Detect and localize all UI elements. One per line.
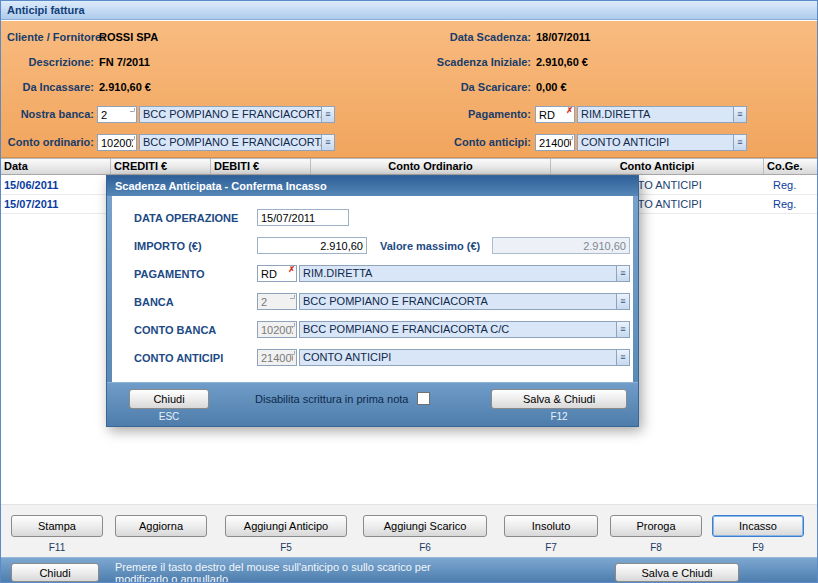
lookup-icon [290,323,295,327]
dialog-conto-anticipi-code-field [257,349,297,366]
banca-desc-field: BCC POMPIANO E FRANCIACORTA ≡ [299,293,630,310]
window-title: Anticipi fattura [1,1,817,20]
insoluto-button[interactable]: Insoluto [504,515,598,537]
col-debiti: DEBITI € [211,159,311,174]
conto-banca-label: CONTO BANCA [134,324,216,336]
dialog-body: DATA OPERAZIONE IMPORTO (€) Valore massi… [112,196,633,382]
nostra-banca-code-field[interactable] [97,106,137,123]
proroga-fkey: F8 [610,542,702,553]
grid-header: Data CREDITI € DEBITI € Conto Ordinario … [1,158,817,175]
col-conto-ordinario: Conto Ordinario [311,159,551,174]
importo-label: IMPORTO (€) [134,240,202,252]
required-marker-icon: ✗ [288,265,295,274]
dialog-conto-anticipi-list-button[interactable]: ≡ [616,350,629,365]
col-conto-anticipi: Conto Anticipi [551,159,764,174]
col-data: Data [1,159,111,174]
cliente-label: Cliente / Fornitore: [7,31,94,43]
proroga-button[interactable]: Proroga [610,515,702,537]
stampa-fkey: F11 [11,542,103,553]
nostra-banca-label: Nostra banca: [7,108,94,120]
dialog-pagamento-desc: RIM.DIRETTA [300,266,629,281]
lookup-icon [130,136,135,140]
cell-coge[interactable]: Reg. [764,195,817,213]
dialog-pagamento-list-button[interactable]: ≡ [616,266,629,281]
conferma-incasso-dialog: Scadenza Anticipata - Conferma Incasso D… [106,175,639,427]
conto-ordinario-code-field[interactable] [97,134,137,151]
banca-list-button[interactable]: ≡ [616,294,629,309]
cell-data: 15/07/2011 [1,195,111,213]
dialog-button-strip: Chiudi ESC Disabilita scrittura in prima… [107,382,638,426]
footer-chiudi-button[interactable]: Chiudi [11,563,99,582]
lookup-icon [130,108,135,112]
dialog-pagamento-label: PAGAMENTO [134,268,205,280]
insoluto-fkey: F7 [504,542,598,553]
conto-anticipi-code-field[interactable] [535,134,575,151]
aggiungi-scarico-fkey: F6 [363,542,487,553]
conto-banca-list-button[interactable]: ≡ [616,322,629,337]
stampa-button[interactable]: Stampa [11,515,103,537]
aggiungi-anticipo-fkey: F5 [225,542,347,553]
nostra-banca-list-button[interactable]: ≡ [321,107,334,122]
required-marker-icon: ✗ [566,106,573,115]
conto-banca-desc: BCC POMPIANO E FRANCIACORTA C/C [300,322,629,337]
col-coge: Co.Ge. [764,159,817,174]
conto-anticipi-desc-field[interactable]: CONTO ANTICIPI ≡ [577,134,747,151]
prima-nota-checkbox[interactable] [417,392,430,405]
data-operazione-input[interactable] [257,209,349,226]
pagamento-list-button[interactable]: ≡ [733,107,746,122]
banca-code-field [257,293,297,310]
header-panel: Cliente / Fornitore: ROSSI SPA Data Scad… [1,21,817,158]
descrizione-label: Descrizione: [7,56,94,68]
dialog-conto-anticipi-desc: CONTO ANTICIPI [300,350,629,365]
dialog-pagamento-desc-field[interactable]: RIM.DIRETTA ≡ [299,265,630,282]
nostra-banca-desc-field[interactable]: BCC POMPIANO E FRANCIACORTA ≡ [139,106,335,123]
da-scaricare-label: Da Scaricare: [409,81,531,93]
data-scadenza-label: Data Scadenza: [409,31,531,43]
cell-coge[interactable]: Reg. [764,176,817,194]
conto-anticipi-list-button[interactable]: ≡ [733,135,746,150]
lookup-icon [290,351,295,355]
valore-massimo-label: Valore massimo (€) [380,240,480,252]
cliente-value: ROSSI SPA [99,31,158,43]
valore-massimo-input [492,237,630,254]
pagamento-desc-field[interactable]: RIM.DIRETTA ≡ [577,106,747,123]
aggiorna-button[interactable]: Aggiorna [115,515,207,537]
conto-ordinario-desc-field[interactable]: BCC POMPIANO E FRANCIACORTA C/C ≡ [139,134,335,151]
footer-message: Premere il tasto destro del mouse sull'a… [115,561,460,583]
da-scaricare-value: 0,00 € [536,81,567,93]
scadenza-iniziale-value: 2.910,60 € [536,56,588,68]
incasso-fkey: F9 [712,542,804,553]
dialog-conto-anticipi-label: CONTO ANTICIPI [134,352,223,364]
conto-anticipi-label: Conto anticipi: [409,136,531,148]
data-scadenza-value: 18/07/2011 [536,31,590,43]
data-operazione-label: DATA OPERAZIONE [134,212,238,224]
prima-nota-checkbox-label: Disabilita scrittura in prima nota [255,393,408,405]
da-incassare-value: 2.910,60 € [99,81,151,93]
lookup-icon [290,295,295,299]
da-incassare-label: Da Incassare: [7,81,94,93]
pagamento-desc: RIM.DIRETTA [578,107,746,122]
dialog-salva-key: F12 [491,411,627,422]
conto-anticipi-desc: CONTO ANTICIPI [578,135,746,150]
cell-data: 15/06/2011 [1,176,111,194]
conto-ordinario-list-button[interactable]: ≡ [321,135,334,150]
scadenza-iniziale-label: Scadenza Iniziale: [409,56,531,68]
descrizione-value: FN 7/2011 [99,56,150,68]
dialog-pagamento-code-field[interactable]: ✗ [257,265,297,282]
dialog-title: Scadenza Anticipata - Conferma Incasso [107,176,638,196]
footer-salva-chiudi-button[interactable]: Salva e Chiudi [615,563,739,582]
pagamento-code-field[interactable]: ✗ [535,106,575,123]
anticipi-fattura-window: Anticipi fattura Cliente / Fornitore: RO… [0,0,818,583]
dialog-chiudi-button[interactable]: Chiudi [129,389,209,409]
banca-label: BANCA [134,296,174,308]
aggiungi-scarico-button[interactable]: Aggiungi Scarico [363,515,487,537]
conto-banca-desc-field: BCC POMPIANO E FRANCIACORTA C/C ≡ [299,321,630,338]
dialog-conto-anticipi-desc-field: CONTO ANTICIPI ≡ [299,349,630,366]
importo-input[interactable] [257,237,367,254]
dialog-salva-chiudi-button[interactable]: Salva & Chiudi [491,389,627,409]
footer-bar: Chiudi Premere il tasto destro del mouse… [1,557,817,582]
banca-desc: BCC POMPIANO E FRANCIACORTA [300,294,629,309]
lookup-icon [568,136,573,140]
aggiungi-anticipo-button[interactable]: Aggiungi Anticipo [225,515,347,537]
incasso-button[interactable]: Incasso [712,515,804,537]
